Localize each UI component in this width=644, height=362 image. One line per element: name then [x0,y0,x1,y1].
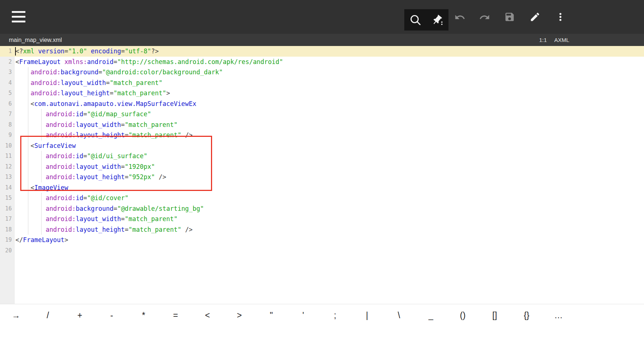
line-number: 9 [0,130,12,141]
save-button[interactable] [504,11,515,22]
hamburger-icon [12,11,26,22]
code-line[interactable]: android:layout_height="952px" /> [15,172,644,182]
symbol-key[interactable]: → [0,305,32,326]
search-icon [409,14,421,26]
code-line[interactable]: <SurfaceView [15,141,644,151]
code-line[interactable]: android:layout_width="match_parent" [15,120,644,130]
undo-button[interactable] [454,12,465,23]
symbol-key[interactable]: + [64,305,96,326]
pin-icon [432,14,443,26]
symbol-key[interactable]: = [159,305,191,326]
more-options-button[interactable] [555,11,566,22]
overflow-menu-icon [555,11,566,22]
pin-button[interactable] [432,14,443,26]
symbol-key[interactable]: _ [415,305,447,326]
toolbar [0,0,644,34]
line-number: 3 [0,67,12,78]
line-number: 7 [0,109,12,120]
line-number: 18 [0,224,12,235]
app-window: main_map_view.xml 1:1 AXML 1234567891011… [0,0,644,362]
file-type-badge: AXML [554,37,569,43]
undo-icon [454,12,465,23]
line-number: 11 [0,151,12,162]
symbol-key[interactable]: > [224,305,256,326]
line-number: 15 [0,193,12,203]
redo-icon [479,12,490,23]
code-editor[interactable]: 1234567891011121314151617181920 <?xml ve… [0,46,644,304]
code-line[interactable]: <com.autonavi.amapauto.view.MapSurfaceVi… [15,99,644,109]
code-line[interactable]: android:layout_height="match_parent" /> [15,130,644,141]
line-number: 4 [0,78,12,88]
menu-button[interactable] [12,11,26,22]
pencil-icon [529,11,541,22]
code-line[interactable]: android:background="@drawable/starting_b… [15,203,644,214]
line-number: 20 [0,245,12,256]
code-line[interactable]: android:background="@android:color/backg… [15,67,644,78]
line-number: 5 [0,88,12,99]
line-number: 12 [0,162,12,172]
code-line[interactable]: </FrameLayout> [15,235,644,245]
line-number: 6 [0,99,12,109]
edit-button[interactable] [529,11,541,22]
symbol-key[interactable]: () [447,305,479,326]
code-line[interactable]: android:layout_width="match_parent" [15,214,644,224]
file-tab-bar: main_map_view.xml 1:1 AXML [0,34,644,46]
symbol-key[interactable]: \ [383,305,415,326]
line-number: 8 [0,120,12,130]
code-line[interactable]: <?xml version="1.0" encoding="utf-8"?> [15,46,644,57]
line-numbers: 1234567891011121314151617181920 [0,46,12,256]
symbol-bar: →/+-*=<>"';|\_()[]{}… [0,304,644,362]
filename-tab[interactable]: main_map_view.xml [9,34,62,46]
code-line[interactable]: android:id="@id/map_surface" [15,109,644,120]
save-icon [504,11,515,22]
symbol-key-row: →/+-*=<>"';|\_()[]{}… [0,305,574,326]
symbol-key[interactable]: [] [479,305,511,326]
symbol-key[interactable]: ; [319,305,351,326]
redo-button[interactable] [479,12,490,23]
line-number: 13 [0,172,12,182]
code-line[interactable]: android:id="@id/ui_surface" [15,151,644,162]
code-line[interactable]: android:layout_width="match_parent" [15,78,644,88]
line-number: 1 [0,46,12,57]
symbol-key[interactable]: | [351,305,383,326]
text-cursor [15,47,16,56]
code-line[interactable]: android:layout_height="match_parent"> [15,88,644,99]
cursor-position: 1:1 [539,37,547,43]
symbol-key[interactable]: " [255,305,287,326]
symbol-key[interactable]: / [32,305,64,326]
symbol-key[interactable]: < [191,305,224,326]
code-line[interactable]: <FrameLayout xmlns:android="http://schem… [15,57,644,67]
symbol-key[interactable]: - [96,305,128,326]
code-line[interactable]: android:layout_height="match_parent" /> [15,224,644,235]
line-number: 2 [0,57,12,67]
symbol-key[interactable]: … [542,305,574,326]
symbol-key[interactable]: {} [511,305,543,326]
search-pin-group [404,9,448,31]
line-number: 16 [0,203,12,214]
search-button[interactable] [409,14,421,26]
line-number: 10 [0,141,12,151]
line-number: 14 [0,182,12,193]
code-line[interactable]: android:id="@id/cover" [15,193,644,203]
line-number: 19 [0,235,12,245]
code-lines[interactable]: <?xml version="1.0" encoding="utf-8"?><F… [15,46,644,256]
symbol-key[interactable]: ' [287,305,319,326]
line-number: 17 [0,214,12,224]
symbol-key[interactable]: * [128,305,160,326]
status-group: 1:1 AXML [539,34,569,46]
code-line[interactable]: <ImageView [15,182,644,193]
code-line[interactable]: android:layout_width="1920px" [15,162,644,172]
code-line[interactable] [15,245,644,256]
